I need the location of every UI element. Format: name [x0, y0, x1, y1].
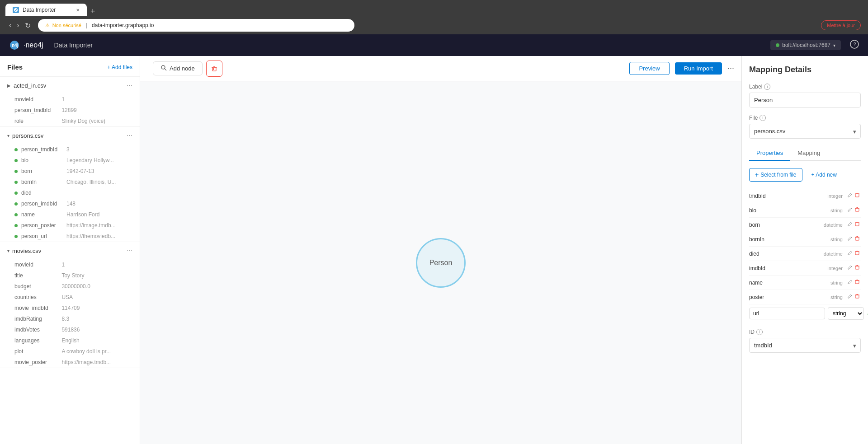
connection-dropdown-icon: ▾	[833, 43, 835, 48]
file-value: 30000000.0	[61, 283, 132, 290]
file-group-header-acted-in[interactable]: ▶ acted_in.csv ···	[0, 77, 140, 94]
file-row: title Toy Story	[0, 270, 140, 281]
prop-row-name: name string	[749, 276, 861, 290]
svg-rect-18	[855, 223, 859, 226]
svg-rect-21	[855, 237, 859, 240]
file-group-menu-icon[interactable]: ···	[127, 131, 132, 140]
file-row: died	[0, 187, 140, 198]
person-node[interactable]: Person	[416, 238, 466, 288]
prop-delete-button[interactable]	[854, 206, 861, 215]
file-row: movie_imdbId 114709	[0, 303, 140, 313]
tab-close-button[interactable]: ✕	[76, 8, 80, 13]
prop-edit-button[interactable]	[846, 235, 854, 243]
back-button[interactable]: ‹	[7, 19, 13, 32]
canvas-area[interactable]: Person	[140, 81, 741, 444]
prop-edit-button[interactable]	[846, 220, 854, 229]
file-key: imdbVotes	[14, 327, 61, 333]
file-value: https://themoviedb...	[66, 233, 132, 239]
prop-name: name	[749, 280, 830, 286]
file-row: born 1942-07-13	[0, 166, 140, 177]
address-separator: |	[86, 22, 87, 28]
delete-icon	[854, 192, 860, 198]
help-icon[interactable]: ?	[850, 40, 859, 51]
prop-row-tmdbid: tmdbId integer	[749, 189, 861, 203]
active-tab[interactable]: Data Importer ✕	[5, 4, 87, 16]
prop-edit-button[interactable]	[846, 206, 854, 215]
prop-name-edit-input[interactable]	[749, 308, 825, 319]
label-input[interactable]	[749, 93, 861, 107]
delete-icon	[854, 236, 860, 241]
prop-delete-button[interactable]	[854, 249, 861, 258]
tab-properties[interactable]: Properties	[749, 146, 790, 161]
prop-delete-button[interactable]	[854, 235, 861, 243]
add-files-button[interactable]: + Add files	[107, 64, 132, 70]
tab-title: Data Importer	[23, 7, 56, 13]
file-row: person_url https://themoviedb...	[0, 231, 140, 242]
svg-rect-12	[855, 194, 859, 197]
file-key: person_poster	[21, 222, 66, 229]
file-group-header-persons[interactable]: ▾ persons.csv ···	[0, 127, 140, 144]
main-layout: Files + Add files ▶ acted_in.csv ··· mov…	[0, 56, 868, 444]
edit-icon	[847, 265, 853, 270]
field-active-dot	[14, 192, 18, 195]
new-tab-button[interactable]: +	[87, 7, 99, 16]
prop-edit-button[interactable]	[846, 264, 854, 272]
file-key: name	[21, 211, 66, 218]
id-select[interactable]: tmdbId	[749, 338, 861, 353]
edit-icon	[847, 294, 853, 299]
file-group-menu-icon[interactable]: ···	[127, 81, 132, 89]
file-group-name-movies: movies.csv	[12, 248, 127, 254]
file-value: Harrison Ford	[66, 211, 132, 218]
prop-edit-button[interactable]	[846, 278, 854, 287]
prop-delete-button[interactable]	[854, 220, 861, 229]
nav-buttons: ‹ › ↻	[7, 19, 33, 32]
canvas-toolbar: Add node Preview Run Import ···	[140, 56, 741, 81]
trash-icon	[211, 65, 217, 72]
help-circle-icon: ?	[850, 40, 859, 49]
file-key: died	[21, 190, 66, 196]
add-node-label: Add node	[170, 65, 195, 72]
address-input[interactable]: ⚠ Non sécurisé | data-importer.graphapp.…	[38, 19, 354, 32]
select-from-file-button[interactable]: + Select from file	[749, 168, 802, 182]
reload-button[interactable]: ↻	[23, 19, 33, 32]
preview-button[interactable]: Preview	[629, 62, 669, 75]
prop-delete-button[interactable]	[854, 278, 861, 287]
prop-delete-button[interactable]	[854, 192, 861, 200]
tab-mapping[interactable]: Mapping	[790, 146, 827, 161]
file-row: person_tmdbId 12899	[0, 105, 140, 116]
prop-delete-button[interactable]	[854, 264, 861, 272]
file-row: person_tmdbId 3	[0, 144, 140, 155]
run-import-button[interactable]: Run Import	[675, 62, 722, 75]
delete-button[interactable]	[206, 61, 222, 77]
file-key: person_tmdbId	[14, 107, 61, 113]
file-select[interactable]: persons.csv	[749, 124, 861, 139]
lock-icon: ⚠	[45, 23, 50, 28]
more-options-button[interactable]: ···	[727, 64, 734, 73]
file-row: languages English	[0, 335, 140, 346]
prop-edit-button[interactable]	[846, 192, 854, 200]
browser-tabs: Data Importer ✕ +	[5, 0, 99, 16]
prop-edit-button[interactable]	[846, 293, 854, 301]
add-node-button[interactable]: Add node	[153, 61, 203, 75]
prop-name: bornIn	[749, 236, 830, 243]
edit-icon	[847, 236, 853, 241]
id-info-icon[interactable]: i	[756, 329, 763, 335]
file-info-icon[interactable]: i	[760, 115, 766, 121]
delete-icon	[854, 294, 860, 299]
prop-type-select[interactable]: string integer datetime boolean float	[828, 307, 864, 320]
delete-icon	[854, 250, 860, 256]
forward-button[interactable]: ›	[15, 19, 21, 32]
file-key: born	[21, 168, 66, 174]
connection-indicator[interactable]: bolt://localhost:7687 ▾	[770, 40, 841, 50]
file-group-header-movies[interactable]: ▾ movies.csv ···	[0, 242, 140, 259]
delete-icon	[854, 279, 860, 285]
neo4j-logo: n4j ·neo4j	[9, 40, 43, 51]
add-new-button[interactable]: + Add new	[806, 168, 842, 182]
file-key: movie_imdbId	[14, 305, 61, 311]
prop-edit-button[interactable]	[846, 249, 854, 258]
file-group-menu-icon[interactable]: ···	[127, 247, 132, 255]
prop-type: integer	[827, 266, 843, 271]
label-info-icon[interactable]: i	[764, 84, 770, 90]
update-button[interactable]: Mettre à jour	[821, 20, 861, 30]
prop-delete-button[interactable]	[854, 293, 861, 301]
